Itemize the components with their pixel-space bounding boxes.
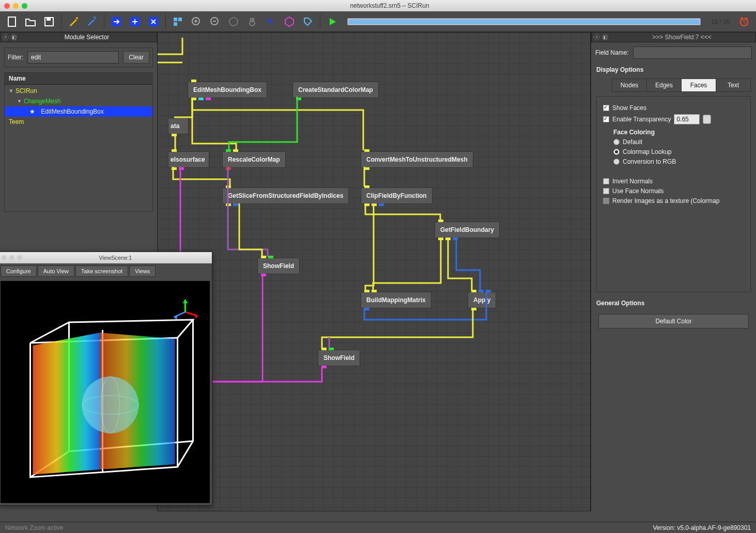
tab-nodes[interactable]: Nodes — [612, 79, 647, 91]
node-showfield2[interactable]: ShowField — [318, 350, 360, 366]
coloring-colormap-radio[interactable]: Colormap Lookup — [613, 148, 744, 155]
configure-button[interactable]: Configure — [1, 265, 37, 277]
default-color-button[interactable]: Default Color — [598, 314, 749, 328]
views-button[interactable]: Views — [129, 265, 156, 277]
invert-normals-checkbox[interactable]: Invert Normals — [603, 178, 744, 185]
close-icon[interactable] — [2, 255, 7, 260]
tree-row[interactable]: ▼SCIRun — [5, 86, 152, 96]
tree-row-selected[interactable]: ★ EditMeshBoundingBox — [5, 106, 152, 117]
svg-marker-16 — [195, 313, 198, 319]
svg-point-13 — [229, 18, 238, 26]
tree-header: Name — [5, 73, 152, 85]
field-name-input[interactable] — [633, 46, 752, 59]
alarm-icon[interactable] — [735, 13, 753, 30]
node-convert[interactable]: ConvertMeshToUnstructuredMesh — [361, 151, 473, 168]
open-folder-button[interactable] — [22, 13, 39, 30]
tab-faces[interactable]: Faces — [682, 79, 716, 91]
node-getslice[interactable]: GetSliceFromStructuredFieldByIndices — [222, 187, 349, 204]
svg-rect-8 — [174, 18, 177, 21]
svg-point-3 — [76, 17, 78, 19]
minimize-icon[interactable] — [13, 3, 19, 9]
coloring-rgb-radio[interactable]: Conversion to RGB — [613, 158, 744, 165]
main-toolbar: ? 16 / 16 — [0, 11, 756, 32]
tab-text[interactable]: Text — [716, 79, 750, 91]
window-plus-button[interactable] — [126, 13, 144, 30]
tree-row[interactable]: ▼ChangeMesh — [5, 96, 152, 106]
status-text: Network Zoom active — [5, 524, 64, 531]
tab-edges[interactable]: Edges — [647, 79, 682, 91]
panel-popout-icon[interactable]: ◧ — [11, 34, 17, 40]
viewscene-window[interactable]: ViewScene:1 Configure Auto View Take scr… — [0, 252, 212, 506]
window-titlebar: networkstuff2.srn5 – SCIRun — [0, 0, 756, 11]
tag-button[interactable] — [299, 13, 317, 30]
node-apply[interactable]: Apply — [468, 292, 496, 308]
svg-text:?: ? — [92, 16, 96, 23]
node-rescale[interactable]: RescaleColorMap — [222, 151, 286, 168]
render-texture-checkbox[interactable]: Render Images as a texture (Colormap — [603, 197, 744, 205]
node-data[interactable]: ata — [168, 118, 189, 134]
clear-button[interactable]: Clear — [123, 51, 149, 64]
transparency-value-input[interactable] — [674, 114, 700, 124]
transparency-stepper[interactable] — [703, 115, 711, 124]
svg-marker-18 — [183, 300, 188, 303]
align-button[interactable] — [169, 13, 187, 30]
select-button[interactable] — [262, 13, 280, 30]
node-build[interactable]: BuildMappingMatrix — [361, 292, 431, 308]
coloring-default-radio[interactable]: Default — [613, 138, 744, 146]
enable-transparency-label: Enable Transparency — [612, 116, 671, 123]
module-tree[interactable]: Name ▼SCIRun ▼ChangeMesh ★ EditMeshBound… — [4, 72, 153, 212]
pan-button[interactable] — [243, 13, 261, 30]
window-close-button[interactable] — [145, 13, 162, 30]
zoom-out-button[interactable] — [206, 13, 224, 30]
svg-rect-2 — [47, 18, 51, 21]
network-canvas[interactable]: EditMeshBoundingBox CreateStandardColorM… — [157, 32, 591, 511]
zoom-reset-button[interactable] — [225, 13, 242, 30]
status-bar: Network Zoom active Version: v5.0-alpha.… — [0, 522, 756, 533]
take-screenshot-button[interactable]: Take screenshot — [75, 265, 128, 277]
minimize-icon[interactable] — [9, 255, 14, 260]
svg-rect-9 — [178, 18, 182, 21]
zoom-icon[interactable] — [17, 255, 22, 260]
display-options-label: Display Options — [591, 63, 756, 76]
svg-point-25 — [82, 377, 139, 433]
close-icon[interactable] — [4, 3, 10, 9]
window-arrow-button[interactable] — [107, 13, 125, 30]
viewscene-title: ViewScene:1 — [22, 255, 209, 261]
new-file-button[interactable] — [3, 13, 21, 30]
show-faces-checkbox[interactable]: Show Faces — [603, 104, 744, 112]
node-colormap[interactable]: CreateStandardColorMap — [292, 82, 379, 98]
node-clip[interactable]: ClipFieldByFunction — [361, 187, 433, 204]
svg-rect-10 — [174, 22, 177, 26]
wizard-button[interactable] — [65, 13, 82, 30]
zoom-icon[interactable] — [22, 3, 27, 9]
progress-bar — [347, 18, 701, 25]
node-boundary[interactable]: GetFieldBoundary — [435, 222, 500, 238]
general-options-label: General Options — [591, 296, 756, 310]
panel-close-icon[interactable]: × — [3, 34, 9, 40]
panel-popout-icon[interactable]: ◧ — [602, 34, 608, 40]
panel-close-icon[interactable]: × — [594, 34, 600, 40]
version-label: Version: v5.0-alpha.AF-9-ge890301 — [653, 524, 751, 531]
filter-input[interactable] — [27, 51, 119, 64]
showfield-header: × ◧ >>> ShowField:7 <<< — [591, 32, 756, 42]
face-coloring-label: Face Coloring — [613, 129, 744, 136]
window-title: networkstuff2.srn5 – SCIRun — [27, 2, 752, 9]
field-name-label: Field Name: — [595, 49, 629, 56]
save-button[interactable] — [40, 13, 58, 30]
node-showfield1[interactable]: ShowField — [257, 258, 300, 274]
node-editmesh[interactable]: EditMeshBoundingBox — [188, 82, 267, 98]
module-selector-header: × ◧ Module Selector — [0, 32, 157, 42]
auto-view-button[interactable]: Auto View — [38, 265, 74, 277]
svg-rect-0 — [8, 17, 16, 26]
zoom-in-button[interactable] — [188, 13, 205, 30]
node-isosurface[interactable]: eIsosurface — [168, 151, 209, 168]
help-button[interactable]: ? — [83, 13, 101, 30]
viewscene-canvas[interactable] — [1, 281, 210, 503]
tree-row[interactable]: Teem — [5, 117, 152, 127]
run-button[interactable] — [323, 13, 341, 30]
package-button[interactable] — [281, 13, 298, 30]
progress-label: 16 / 16 — [711, 18, 730, 25]
use-face-normals-checkbox[interactable]: Use Face Normals — [603, 187, 744, 195]
filter-label: Filter: — [8, 54, 23, 61]
enable-transparency-checkbox[interactable] — [603, 116, 609, 122]
